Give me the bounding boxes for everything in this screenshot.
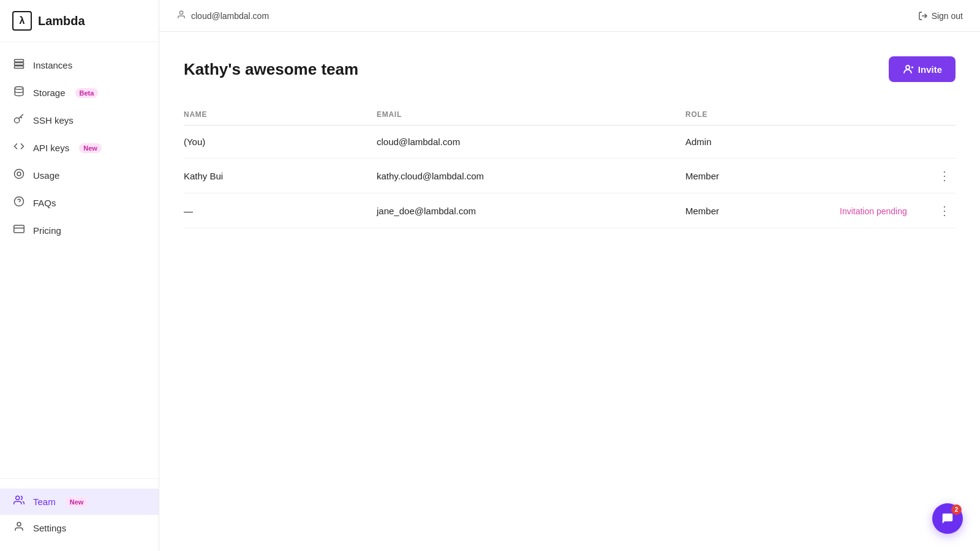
member-name: Kathy Bui [184, 159, 377, 193]
ssh-keys-icon [12, 113, 26, 127]
member-name: (You) [184, 126, 377, 159]
faqs-icon [12, 196, 26, 210]
member-email: cloud@lambdal.com [377, 126, 685, 159]
member-status: Invitation pending [840, 193, 932, 228]
main-area: cloud@lambdal.com Sign out Kathy's aweso… [159, 0, 980, 551]
usage-icon [12, 168, 26, 182]
api-keys-badge: New [79, 143, 102, 153]
team-table: NAME EMAIL ROLE (You) cloud@lambdal.com … [184, 104, 956, 228]
svg-rect-9 [14, 225, 24, 233]
brand-name: Lambda [38, 14, 85, 28]
col-header-actions [932, 104, 956, 126]
member-role: Member [685, 193, 840, 228]
instances-label: Instances [33, 60, 72, 70]
table-row: — jane_doe@lambdal.com Member Invitation… [184, 193, 956, 228]
sidebar-item-usage[interactable]: Usage [0, 162, 159, 189]
sidebar-nav: Instances Storage Beta SSH keys API keys… [0, 42, 159, 478]
instances-icon [12, 58, 26, 72]
page-title: Kathy's awesome team [184, 60, 358, 79]
col-header-status [840, 104, 932, 126]
logo-area: λ Lambda [0, 0, 159, 42]
svg-rect-0 [15, 59, 24, 62]
svg-point-4 [15, 118, 20, 123]
sidebar-bottom: Team New Settings [0, 478, 159, 551]
member-status [840, 159, 932, 193]
svg-point-5 [15, 170, 24, 179]
team-label: Team [33, 497, 56, 507]
col-header-role: ROLE [685, 104, 840, 126]
logo-letter: λ [20, 15, 25, 26]
sidebar-item-ssh-keys[interactable]: SSH keys [0, 107, 159, 133]
sign-out-button[interactable]: Sign out [918, 11, 963, 21]
invite-button[interactable]: Invite [889, 56, 956, 82]
member-role: Member [685, 159, 840, 193]
storage-badge: Beta [75, 88, 99, 98]
svg-point-12 [17, 522, 21, 526]
svg-point-13 [179, 11, 183, 14]
sidebar-item-storage[interactable]: Storage Beta [0, 80, 159, 106]
sidebar-item-team[interactable]: Team New [0, 489, 159, 515]
topbar-user: cloud@lambdal.com [176, 10, 269, 22]
page-header: Kathy's awesome team Invite [184, 56, 956, 82]
sign-out-label: Sign out [932, 11, 963, 21]
member-menu-button[interactable]: ⋮ [932, 193, 956, 228]
sidebar: λ Lambda Instances Storage Beta SSH keys [0, 0, 159, 551]
invitation-pending-badge: Invitation pending [840, 206, 907, 216]
table-body: (You) cloud@lambdal.com Admin Kathy Bui … [184, 126, 956, 228]
table-head: NAME EMAIL ROLE [184, 104, 956, 126]
member-role: Admin [685, 126, 840, 159]
three-dots-icon[interactable]: ⋮ [933, 201, 956, 220]
sidebar-item-settings[interactable]: Settings [0, 515, 159, 541]
sidebar-item-api-keys[interactable]: API keys New [0, 135, 159, 161]
member-actions [932, 126, 956, 159]
chat-icon [941, 512, 954, 525]
api-keys-icon [12, 141, 26, 155]
member-status [840, 126, 932, 159]
logo-icon: λ [12, 11, 32, 31]
api-keys-label: API keys [33, 143, 69, 153]
usage-label: Usage [33, 170, 59, 181]
content-area: Kathy's awesome team Invite NAME EMAIL R… [159, 32, 980, 551]
chat-badge: 2 [951, 504, 962, 515]
svg-point-6 [17, 172, 21, 176]
team-badge: New [66, 497, 88, 507]
chat-button[interactable]: 2 [932, 503, 963, 534]
ssh-keys-label: SSH keys [33, 115, 74, 126]
settings-icon [12, 521, 26, 535]
invite-button-label: Invite [918, 64, 942, 75]
pricing-icon [12, 223, 26, 238]
storage-label: Storage [33, 88, 66, 98]
pricing-label: Pricing [33, 225, 61, 236]
storage-icon [12, 86, 26, 100]
member-menu-button[interactable]: ⋮ [932, 159, 956, 193]
settings-label: Settings [33, 523, 66, 533]
svg-rect-2 [15, 66, 24, 69]
table-row: (You) cloud@lambdal.com Admin [184, 126, 956, 159]
faqs-label: FAQs [33, 198, 56, 208]
svg-point-3 [15, 87, 23, 90]
svg-point-15 [906, 66, 910, 69]
invite-icon [902, 64, 913, 75]
col-header-email: EMAIL [377, 104, 685, 126]
team-icon [12, 495, 26, 509]
sidebar-item-pricing[interactable]: Pricing [0, 217, 159, 244]
user-icon [176, 10, 186, 22]
sidebar-item-instances[interactable]: Instances [0, 52, 159, 78]
member-name: — [184, 193, 377, 228]
member-email: jane_doe@lambdal.com [377, 193, 685, 228]
topbar: cloud@lambdal.com Sign out [159, 0, 980, 32]
sidebar-item-faqs[interactable]: FAQs [0, 190, 159, 216]
col-header-name: NAME [184, 104, 377, 126]
svg-point-11 [16, 496, 20, 500]
member-email: kathy.cloud@lambdal.com [377, 159, 685, 193]
svg-rect-1 [15, 63, 24, 66]
three-dots-icon[interactable]: ⋮ [933, 167, 956, 185]
table-row: Kathy Bui kathy.cloud@lambdal.com Member… [184, 159, 956, 193]
topbar-email: cloud@lambdal.com [191, 11, 269, 21]
sign-out-icon [918, 11, 928, 21]
